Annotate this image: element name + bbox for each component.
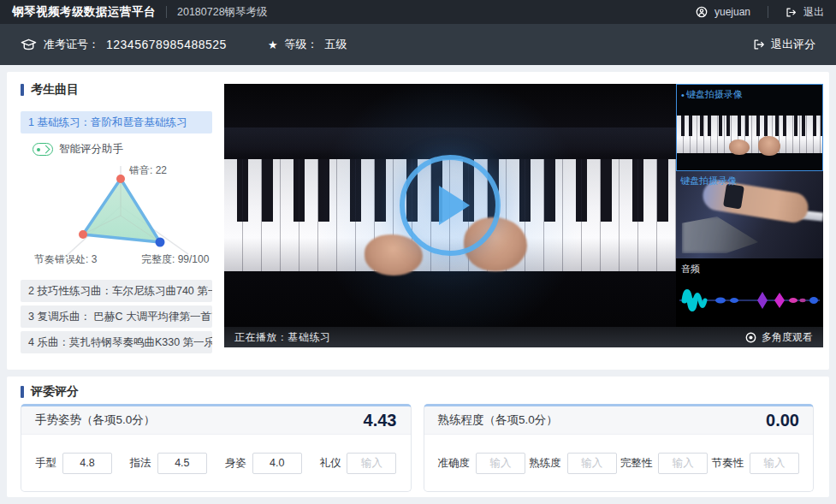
main-video[interactable] [224, 84, 676, 327]
now-playing-text: 正在播放：基础练习 [234, 330, 331, 345]
camera-view-front[interactable]: • 键盘拍摄录像 [676, 84, 823, 171]
song-item-1[interactable]: 1 基础练习：音阶和琶音基础练习 [21, 111, 212, 133]
posture-label: 身姿 [225, 456, 246, 471]
accuracy-label: 准确度 [438, 456, 471, 471]
accuracy-input[interactable] [476, 453, 525, 474]
song-list-title-text: 考生曲目 [31, 82, 79, 98]
song-item-3[interactable]: 3 复调乐曲： 巴赫C 大调平均律第一首前奏曲 [21, 305, 212, 328]
rhythm-input[interactable] [750, 453, 799, 474]
video-player: • 键盘拍摄录像 键盘拍摄录像 [224, 84, 823, 347]
fingering-label: 指法 [130, 456, 151, 471]
cam2-label: 键盘拍摄录像 [680, 175, 737, 187]
smart-score-assistant: 智能评分助手 [33, 142, 123, 157]
user-icon [696, 6, 708, 18]
assistant-label: 智能评分助手 [59, 142, 123, 157]
cam1-left-hand [729, 139, 750, 155]
camera-view-side[interactable]: 键盘拍摄录像 [676, 171, 823, 258]
proficiency-card-score: 0.00 [766, 411, 799, 430]
app-title: 钢琴视频考级数据运营平台 [12, 4, 156, 20]
cam1-key-separators [677, 116, 822, 153]
radar-point-rhythm-errors [79, 230, 87, 239]
section-bar [21, 84, 24, 96]
eye-icon [745, 332, 756, 343]
exit-scoring-button[interactable]: 退出评分 [753, 37, 815, 52]
proficiency-card-title: 熟练程度（各项5.0分） [438, 412, 558, 428]
radar-label-wrong-notes: 错音: 22 [129, 163, 167, 178]
hand-shape-label: 手型 [35, 456, 56, 471]
ticket-number: 12345678985488525 [106, 38, 227, 51]
exit-scoring-label: 退出评分 [771, 37, 815, 52]
gesture-card-score: 4.43 [364, 411, 397, 430]
hand-shape-input[interactable] [62, 453, 112, 474]
proficiency-label: 熟练度 [529, 456, 561, 471]
cam1-right-hand [758, 136, 780, 156]
audio-panel[interactable]: 音频 [676, 258, 823, 327]
field-etiquette: 礼仪 [319, 453, 396, 474]
score-card-proficiency: 熟练程度（各项5.0分） 0.00 准确度 熟练度 完整性 [424, 404, 815, 492]
fingering-input[interactable] [157, 453, 207, 474]
scoring-title: 评委评分 [21, 384, 79, 400]
star-icon: ★ [268, 39, 278, 51]
radar-point-wrong-notes [116, 175, 125, 183]
logout-button[interactable]: 退出 [803, 5, 824, 20]
field-completeness: 完整性 [620, 453, 709, 474]
song-list-title: 考生曲目 [21, 82, 79, 98]
exit-scoring-icon [753, 39, 765, 50]
cam1-label: 键盘拍摄录像 [686, 88, 743, 101]
field-fingering: 指法 [130, 453, 207, 474]
scoring-title-text: 评委评分 [31, 384, 79, 400]
video-status-bar: 正在播放：基础练习 多角度观看 [224, 327, 823, 347]
cam1-bullet: • [681, 90, 685, 100]
radar-chart: 错音: 22 节奏错误处: 3 完整度: 99/100 [21, 164, 212, 276]
song-list: 考生曲目 1 基础练习：音阶和琶音基础练习 智能评分助手 [21, 82, 212, 365]
navbar-divider [166, 6, 167, 18]
etiquette-input[interactable] [347, 453, 396, 474]
exam-info-bar: 准考证号： 12345678985488525 ★ 等级： 五级 退出评分 [0, 24, 836, 65]
level-label: 等级： [285, 37, 318, 52]
username[interactable]: yuejuan [714, 6, 750, 18]
ticket-group: 准考证号： 12345678985488525 [21, 37, 227, 52]
field-rhythm: 节奏性 [711, 453, 799, 474]
graduation-cap-icon [21, 38, 37, 51]
completeness-label: 完整性 [620, 456, 653, 471]
level-value: 五级 [325, 37, 347, 52]
rhythm-label: 节奏性 [711, 456, 744, 471]
radar-label-rhythm-errors: 节奏错误处: 3 [34, 252, 97, 267]
audio-label: 音频 [681, 263, 700, 276]
radar-label-completeness: 完整度: 99/100 [141, 252, 209, 267]
field-posture: 身姿 [225, 453, 302, 474]
proficiency-input[interactable] [567, 453, 617, 474]
assistant-icon [33, 143, 53, 156]
cam2-floor [682, 216, 758, 253]
gesture-card-title: 手势姿势（各项5.0分） [35, 412, 155, 428]
logout-icon [786, 7, 797, 18]
song-item-4[interactable]: 4 乐曲：莫扎特钢琴奏鸣曲K330 第一乐章 [21, 331, 212, 353]
field-accuracy: 准确度 [438, 453, 526, 474]
level-group: ★ 等级： 五级 [268, 37, 347, 52]
cam1-keyboard [677, 116, 822, 153]
field-proficiency: 熟练度 [529, 453, 617, 474]
cam2-watch [723, 184, 744, 209]
scoring-panel: 评委评分 手势姿势（各项5.0分） 4.43 手型 指法 [7, 377, 829, 497]
session-title: 20180728钢琴考级 [177, 5, 268, 20]
multi-angle-label: 多角度观看 [762, 330, 813, 345]
audio-waveform [676, 281, 823, 320]
etiquette-label: 礼仪 [319, 456, 341, 471]
multi-angle-button[interactable]: 多角度观看 [745, 330, 813, 345]
video-side-panels: • 键盘拍摄录像 键盘拍摄录像 [676, 84, 823, 327]
exam-panel: 考生曲目 1 基础练习：音阶和琶音基础练习 智能评分助手 [7, 72, 829, 370]
section-bar [21, 386, 24, 398]
field-hand-shape: 手型 [35, 453, 112, 474]
navbar-divider-2 [768, 6, 768, 18]
radar-point-completeness [156, 238, 165, 247]
score-card-gesture: 手势姿势（各项5.0分） 4.43 手型 指法 身姿 [21, 404, 412, 492]
top-navbar: 钢琴视频考级数据运营平台 20180728钢琴考级 yuejuan 退出 [0, 0, 836, 24]
song-item-2[interactable]: 2 技巧性练习曲：车尔尼练习曲740 第一首 [21, 280, 212, 302]
posture-input[interactable] [252, 453, 302, 474]
ticket-label: 准考证号： [44, 37, 99, 52]
play-icon [439, 186, 470, 225]
completeness-input[interactable] [658, 453, 708, 474]
play-button[interactable] [400, 155, 501, 256]
app-root: 钢琴视频考级数据运营平台 20180728钢琴考级 yuejuan 退出 准考证… [0, 0, 836, 504]
